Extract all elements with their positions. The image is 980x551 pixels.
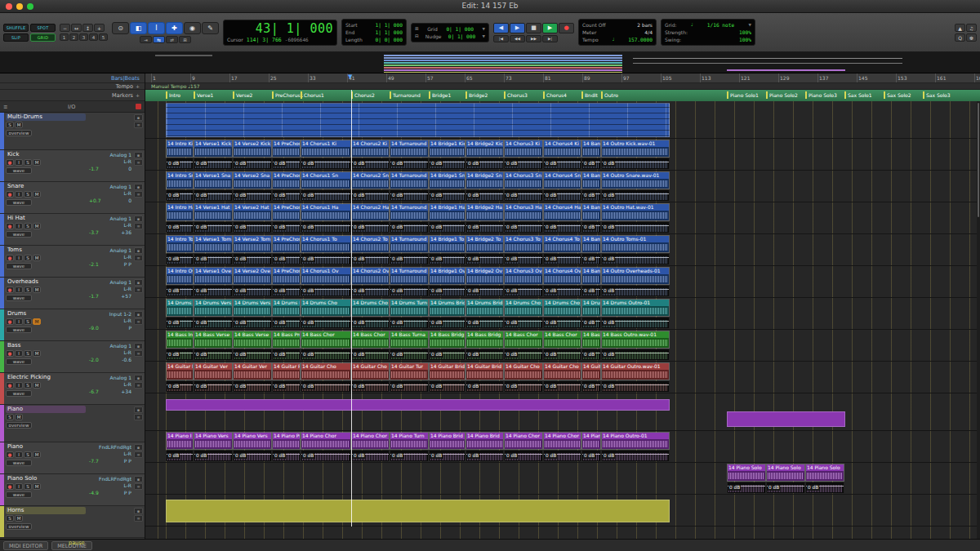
audio-clip[interactable]: 14 PreChorus1 bbox=[272, 171, 301, 189]
volume-automation-segment[interactable]: 0 dB bbox=[543, 158, 581, 169]
volume-automation-segment[interactable]: 0 dB bbox=[429, 254, 466, 264]
audio-clip[interactable]: 14 Turnaround bbox=[390, 203, 429, 221]
track-mute-button[interactable]: M bbox=[33, 483, 41, 490]
audio-clip[interactable]: 14 Piano Chor bbox=[543, 432, 581, 450]
audio-clip[interactable]: 14 PreChorus1 bbox=[272, 203, 301, 221]
audio-clip[interactable]: 14 Verse2 Sna bbox=[233, 171, 272, 189]
marker-sax-solo2[interactable]: Sax Solo2 bbox=[884, 91, 911, 99]
track-solo-button[interactable]: S bbox=[24, 451, 32, 458]
volume-automation-segment[interactable]: 0 dB bbox=[301, 222, 351, 233]
volume-automation-segment[interactable]: 0 dB bbox=[194, 286, 233, 296]
audio-clip[interactable]: 14 Piano Chor bbox=[504, 432, 543, 450]
audio-clip[interactable]: 14 Bridge2 Sn bbox=[466, 171, 504, 189]
volume-automation-segment[interactable]: 0 dB bbox=[581, 254, 601, 264]
volume-automation-segment[interactable]: 0 dB bbox=[272, 318, 301, 328]
track-view-selector[interactable]: overview bbox=[6, 523, 32, 530]
volume-automation-segment[interactable]: 0 dB bbox=[166, 158, 194, 169]
track-solo-button[interactable]: S bbox=[24, 483, 32, 490]
audio-clip[interactable]: 14 Bridge1 To bbox=[429, 235, 466, 253]
track-solo-button[interactable]: S bbox=[24, 382, 32, 389]
close-button[interactable] bbox=[6, 3, 12, 10]
audio-clip[interactable]: 14 Drums PreC bbox=[272, 299, 301, 317]
volume-automation-segment[interactable]: 0 dB bbox=[504, 451, 543, 461]
track-solo-button[interactable]: S bbox=[24, 318, 32, 325]
volume-automation-segment[interactable]: 0 dB bbox=[194, 158, 233, 169]
volume-automation-segment[interactable]: 0 dB bbox=[466, 451, 504, 461]
settings-gear-icon[interactable]: ☸ bbox=[966, 33, 977, 42]
audio-clip[interactable]: 14 Guitar Brid bbox=[466, 362, 504, 380]
volume-automation-segment[interactable]: 0 dB bbox=[272, 286, 301, 296]
track-header-piano-9[interactable]: PianoSMoverview▪≡ bbox=[0, 405, 145, 442]
midi-editor-button[interactable]: MIDI EDITOR bbox=[3, 541, 48, 550]
volume-automation-segment[interactable]: 0 dB bbox=[390, 222, 429, 233]
volume-automation-segment[interactable]: 0 dB bbox=[194, 451, 233, 461]
track-volume-value[interactable]: -2.1 bbox=[89, 261, 99, 268]
track-option-icon[interactable]: ▪ bbox=[134, 114, 143, 121]
track-input-path[interactable]: Analog 1 bbox=[89, 343, 131, 349]
volume-automation-segment[interactable]: 0 dB bbox=[166, 222, 194, 233]
audio-clip[interactable]: 14 Outro Hat.wav-01 bbox=[601, 203, 670, 221]
volume-automation-segment[interactable]: 0 dB bbox=[272, 158, 301, 169]
track-solo-button[interactable]: S bbox=[6, 414, 14, 420]
volume-automation-segment[interactable]: 0 dB bbox=[581, 381, 601, 392]
audio-clip[interactable]: 14 Drums Brid bbox=[466, 299, 504, 317]
minimize-button[interactable] bbox=[16, 3, 23, 10]
audio-clip[interactable]: 14 Verse2 Kick bbox=[233, 140, 272, 158]
track-mute-button[interactable]: M bbox=[33, 255, 41, 261]
track-input-path[interactable]: Input 1-2 bbox=[89, 311, 131, 318]
track-option-icon[interactable]: ≡ bbox=[134, 414, 143, 420]
audio-clip[interactable]: 14 Chorus4 Sn bbox=[543, 171, 581, 189]
track-record-enable-button[interactable]: ● bbox=[6, 287, 14, 293]
audio-clip[interactable]: 14 Turnaround bbox=[390, 235, 429, 253]
zoomer-tool[interactable]: ⊙ bbox=[112, 22, 129, 34]
track-solo-button[interactable]: S bbox=[6, 515, 14, 522]
track-option-icon[interactable]: ▪ bbox=[134, 508, 143, 514]
volume-automation-segment[interactable]: 0 dB bbox=[504, 381, 543, 392]
volume-automation-segment[interactable]: 0 dB bbox=[390, 158, 429, 169]
track-option-icon[interactable]: ≡ bbox=[134, 318, 143, 325]
audio-clip[interactable]: 14 Chorus3 Ov bbox=[504, 267, 543, 285]
audio-clip[interactable]: 14 Drums Cho bbox=[543, 299, 581, 317]
audio-clip[interactable]: 14 Bass Bridg bbox=[466, 331, 504, 349]
marker-bndit[interactable]: BndIt bbox=[581, 91, 598, 99]
volume-automation-segment[interactable]: 0 dB bbox=[301, 158, 351, 169]
audio-clip[interactable]: 14 Bass Bridg bbox=[429, 331, 466, 349]
volume-automation-segment[interactable]: 0 dB bbox=[233, 254, 272, 264]
track-header-piano-10[interactable]: Piano●ISMwaveFndLRFndRgtL-R-7.7P P▪≡ bbox=[0, 442, 145, 474]
volume-automation-segment[interactable]: 0 dB bbox=[601, 381, 670, 392]
chevron-down-icon[interactable]: ▼ bbox=[483, 33, 485, 40]
audio-clip[interactable]: 14 Verse1 Ove bbox=[194, 267, 233, 285]
track-output-path[interactable]: L-R bbox=[89, 158, 131, 165]
scrollbar-thumb[interactable] bbox=[978, 103, 979, 217]
track-option-icon[interactable]: ≡ bbox=[134, 382, 143, 389]
marker-chorus1[interactable]: Chorus1 bbox=[301, 91, 324, 99]
volume-automation-segment[interactable]: 0 dB bbox=[233, 190, 272, 201]
volume-automation-segment[interactable]: 0 dB bbox=[272, 381, 301, 392]
volume-automation-segment[interactable]: 0 dB bbox=[390, 318, 429, 328]
track-input-path[interactable]: Analog 1 bbox=[89, 152, 131, 158]
grid-value[interactable]: 0| 1| 000 bbox=[446, 25, 474, 33]
track-view-selector[interactable]: wave bbox=[6, 199, 32, 206]
track-option-icon[interactable]: ▪ bbox=[134, 343, 143, 349]
go-to-end-button[interactable]: ▶| bbox=[542, 35, 558, 42]
audio-clip[interactable]: 14 Guitar Ver bbox=[194, 362, 233, 380]
volume-automation-segment[interactable]: 0 dB bbox=[543, 349, 581, 360]
track-mute-button[interactable]: M bbox=[33, 382, 41, 389]
audio-clip[interactable]: 14 Bass Chor bbox=[351, 331, 390, 349]
volume-automation-segment[interactable]: 0 dB bbox=[233, 286, 272, 296]
volume-automation-segment[interactable]: 0 dB bbox=[466, 381, 504, 392]
audio-clip[interactable]: 14 Bridge1 Sn bbox=[429, 171, 466, 189]
track-record-enable-button[interactable]: ● bbox=[6, 223, 14, 229]
track-record-enable-button[interactable]: ● bbox=[6, 159, 14, 166]
volume-automation-segment[interactable]: 0 dB bbox=[543, 381, 581, 392]
track-volume-value[interactable]: -1.7 bbox=[89, 293, 99, 300]
volume-automation-segment[interactable]: 0 dB bbox=[429, 381, 466, 392]
track-option-icon[interactable]: ▪ bbox=[134, 247, 143, 254]
group-overview-block[interactable] bbox=[166, 500, 670, 522]
markers-ruler[interactable]: IntroVerse1Verse2PreChorus1Chorus1Chorus… bbox=[145, 90, 980, 101]
audio-clip[interactable]: 14 Piano Brid bbox=[466, 432, 504, 450]
track-record-enable-button[interactable]: ● bbox=[6, 382, 14, 389]
volume-automation-segment[interactable]: 0 dB bbox=[166, 381, 194, 392]
track-header-electric-picking-8[interactable]: Electric Picking●ISMwaveAnalog 1L-R-6.7+… bbox=[0, 373, 145, 405]
track-option-icon[interactable]: ≡ bbox=[134, 483, 143, 490]
